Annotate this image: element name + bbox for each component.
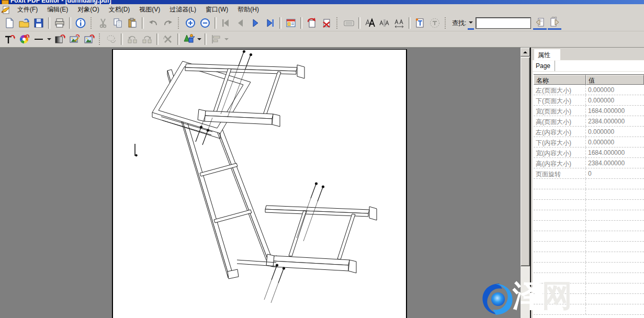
toolbar-gripper — [336, 17, 339, 29]
font-button[interactable] — [363, 16, 377, 30]
document-info-button[interactable] — [74, 16, 87, 30]
align-objects-dropdown[interactable] — [223, 32, 230, 46]
char-spacing-icon — [393, 17, 405, 29]
delete-page-button[interactable] — [320, 16, 333, 30]
edit-image-button[interactable] — [67, 32, 81, 46]
zoom-in-button[interactable] — [184, 16, 197, 30]
rotate-page-button[interactable] — [305, 16, 319, 30]
menu-filter[interactable]: 过滤器(L) — [165, 4, 201, 15]
menu-object[interactable]: 对象(O) — [73, 4, 104, 15]
find-previous-button[interactable] — [533, 16, 547, 30]
property-row-left-content: 左(内容大小)0.000000 — [534, 127, 644, 137]
insert-shapes-dropdown[interactable] — [196, 32, 202, 46]
color-wheel-button[interactable] — [17, 32, 31, 46]
previous-page-icon — [235, 17, 246, 29]
vertical-scrollbar[interactable] — [521, 48, 530, 318]
toolbar-separator — [205, 33, 207, 45]
page-layout-button[interactable] — [284, 16, 298, 30]
toolbar-separator — [177, 33, 179, 45]
menu-window[interactable]: 窗口(W) — [201, 4, 233, 15]
text-circle-icon — [429, 17, 440, 29]
next-page-icon — [250, 17, 261, 29]
undo-icon — [148, 17, 159, 29]
previous-page-button[interactable] — [234, 16, 247, 30]
empty-row — [534, 221, 644, 231]
paste-button[interactable] — [126, 16, 139, 30]
first-page-button[interactable] — [219, 16, 233, 30]
open-button[interactable] — [17, 16, 31, 30]
keyboard-icon — [343, 17, 355, 29]
property-row-left-page: 左(页面大小)0.000000 — [534, 85, 644, 95]
properties-table-header: 名称 值 — [534, 75, 644, 85]
document-canvas[interactable] — [0, 48, 521, 318]
print-icon — [54, 17, 65, 29]
line-style-button[interactable] — [32, 32, 46, 46]
virtual-keyboard-button[interactable] — [342, 16, 356, 30]
rotate-object-left-button[interactable] — [126, 32, 139, 46]
text-circle-button[interactable] — [428, 16, 442, 30]
find-next-icon — [549, 17, 560, 28]
tab-page[interactable]: Page — [533, 61, 555, 71]
select-lasso-button[interactable] — [105, 32, 118, 46]
pdf-page[interactable] — [112, 49, 407, 318]
undo-button[interactable] — [146, 16, 160, 30]
scroll-up-button[interactable] — [521, 48, 530, 56]
property-row-height-page: 高(页面大小)2384.000000 — [534, 116, 644, 127]
delete-object-icon — [162, 33, 174, 45]
empty-row — [534, 231, 644, 242]
print-button[interactable] — [53, 16, 66, 30]
add-text-icon — [414, 17, 426, 29]
save-button[interactable] — [32, 16, 46, 30]
toolbar-separator — [214, 17, 217, 29]
panel-tab-strip: Page — [533, 61, 644, 72]
new-document-button[interactable] — [3, 16, 16, 30]
edit-text-button[interactable] — [3, 32, 16, 46]
properties-panel-title[interactable]: 属性 — [534, 49, 560, 60]
cut-button[interactable] — [96, 16, 110, 30]
watermark-logo — [479, 281, 517, 317]
empty-row — [534, 210, 644, 221]
font-icon — [364, 17, 376, 29]
toolbar-separator — [279, 17, 281, 29]
empty-row — [534, 189, 644, 200]
menu-help[interactable]: 帮助(H) — [233, 4, 264, 15]
find-label: 查找: — [452, 19, 466, 28]
paste-icon — [127, 17, 138, 29]
shading-button[interactable] — [53, 32, 66, 46]
zoom-out-button[interactable] — [198, 16, 212, 30]
menu-view[interactable]: 视图(V) — [134, 4, 165, 15]
toolbar-separator — [121, 33, 123, 45]
align-icon — [210, 33, 222, 45]
copy-button[interactable] — [111, 16, 125, 30]
last-page-button[interactable] — [263, 16, 277, 30]
foxit-pdf-editor-window: { "window": { "title": "Foxit PDF Editor… — [0, 0, 644, 318]
align-objects-button[interactable] — [209, 32, 223, 46]
find-input[interactable] — [476, 18, 530, 28]
find-next-button[interactable] — [548, 16, 561, 30]
redo-button[interactable] — [161, 16, 175, 30]
document-app-icon — [1, 6, 10, 14]
column-header-name: 名称 — [534, 75, 586, 85]
cut-icon — [97, 17, 109, 29]
menu-document[interactable]: 文档(D) — [104, 4, 135, 15]
toolbar-separator — [156, 33, 159, 45]
zoom-in-icon — [185, 17, 196, 29]
menu-file[interactable]: 文件(F) — [13, 4, 42, 15]
toolbar-gripper — [99, 33, 101, 45]
toolbar-separator — [358, 17, 360, 29]
char-spacing-button[interactable] — [392, 16, 406, 30]
line-style-dropdown[interactable] — [46, 32, 52, 46]
insert-shapes-button[interactable] — [182, 32, 196, 46]
char-kerning-button[interactable] — [378, 16, 391, 30]
find-options-dropdown[interactable] — [468, 16, 474, 30]
scrollbar-thumb[interactable] — [521, 57, 530, 266]
add-text-button[interactable] — [413, 16, 427, 30]
rotate-object-right-button[interactable] — [140, 32, 154, 46]
replace-image-button[interactable] — [82, 32, 96, 46]
menu-edit[interactable]: 编辑(E) — [42, 4, 73, 15]
toolbar-gripper — [178, 17, 180, 29]
toolbar-gripper — [91, 17, 93, 29]
next-page-button[interactable] — [248, 16, 262, 30]
delete-object-button[interactable] — [161, 32, 175, 46]
edit-text-icon — [4, 33, 15, 45]
